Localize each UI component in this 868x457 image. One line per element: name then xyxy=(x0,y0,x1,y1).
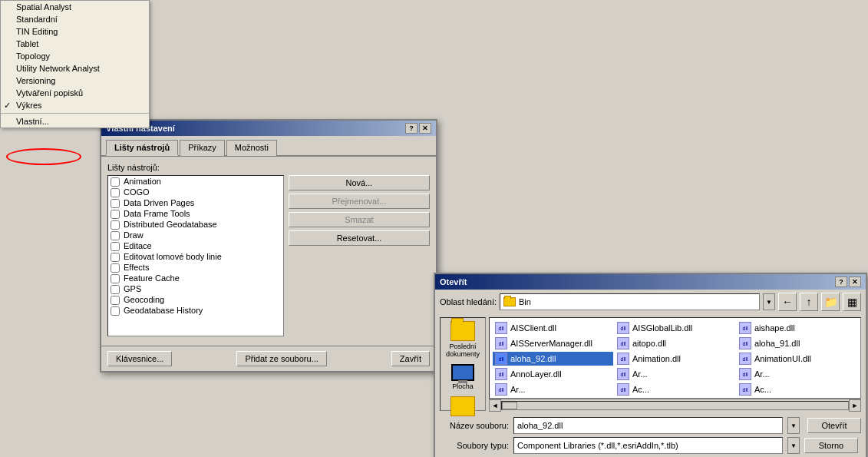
otevrit-dialog-title: Otevřít xyxy=(440,277,467,286)
storno-button[interactable]: Storno xyxy=(804,438,858,453)
filetype-input[interactable] xyxy=(513,437,783,454)
otevrit-dialog-titlebar: Otevřít ? ✕ xyxy=(435,274,866,290)
shortcut-net[interactable] xyxy=(451,396,475,416)
otevrit-dialog-close-btn[interactable]: ✕ xyxy=(849,277,861,287)
otevrit-footer: Název souboru: ▼ Otevřít Soubory typu: ▼… xyxy=(435,414,866,457)
toolbar-list-item[interactable]: COGO xyxy=(108,187,283,197)
menu-item-vykres[interactable]: Výkres xyxy=(1,99,149,111)
toolbar-list-item[interactable]: Geocoding xyxy=(108,294,283,305)
file-item[interactable]: dllAc... xyxy=(615,382,735,396)
otevrit-dialog-title-buttons: ? ✕ xyxy=(835,277,861,287)
file-item[interactable]: dllaloha_91.dll xyxy=(737,336,857,350)
scrollbar-thumb-h xyxy=(502,402,517,409)
file-item[interactable]: dllAr... xyxy=(493,382,613,396)
file-item[interactable]: dllAnimationUI.dll xyxy=(737,352,857,366)
otevrit-action-buttons: Otevřít xyxy=(804,418,861,433)
tab-prikazy[interactable]: Příkazy xyxy=(180,140,225,156)
otevrit-sidebar: Poslední dokumenty Plocha xyxy=(440,317,486,411)
nova-button[interactable]: Nová... xyxy=(289,175,430,190)
resetovat-button[interactable]: Resetovat... xyxy=(289,230,430,246)
otevrit-path-dropdown[interactable]: Bin xyxy=(500,293,760,310)
vlastni-dialog-tabs: Lišty nástrojů Příkazy Možnosti xyxy=(101,136,436,157)
menu-item-tin-editing[interactable]: TIN Editing xyxy=(1,25,149,38)
file-item[interactable]: dllAnimation.dll xyxy=(615,352,735,366)
toolbar-list-item[interactable]: Editovat lomové body linie xyxy=(108,251,283,262)
file-item[interactable]: dllAnnoLayer.dll xyxy=(493,367,613,381)
smazat-button[interactable]: Smazat xyxy=(289,212,430,227)
toolbar-list-item[interactable]: Feature Cache xyxy=(108,273,283,283)
prejmenovat-button[interactable]: Přejmenovat... xyxy=(289,194,430,209)
vlastni-dialog-title-buttons: ? ✕ xyxy=(405,123,431,134)
path-folder-icon xyxy=(503,297,516,306)
zavrit-button[interactable]: Zavřít xyxy=(391,351,430,366)
vlastni-dialog-close-btn[interactable]: ✕ xyxy=(419,123,431,134)
vlastni-dialog-footer: Klávesnice... Přidat ze souboru... Zavří… xyxy=(101,346,436,371)
file-item[interactable]: dllAr... xyxy=(615,367,735,381)
file-item[interactable]: dllAr... xyxy=(737,367,857,381)
toolbar-section-label: Lišty nástrojů: xyxy=(107,163,430,172)
posledni-label: Poslední dokumenty xyxy=(444,343,482,358)
filetype-row: Soubory typu: ▼ Storno xyxy=(440,437,861,454)
menu-divider xyxy=(1,113,149,114)
menu-item-vlastni[interactable]: Vlastní... xyxy=(1,115,149,127)
back-btn[interactable]: ← xyxy=(778,293,797,311)
tab-moznosti[interactable]: Možnosti xyxy=(226,140,277,156)
toolbar-list-item[interactable]: Animation xyxy=(108,176,283,187)
menu-item-vytvareni[interactable]: Vytváření popisků xyxy=(1,87,149,99)
menu-item-utility-network[interactable]: Utility Network Analyst xyxy=(1,62,149,75)
filename-input[interactable] xyxy=(513,417,783,434)
otevrit-dialog: Otevřít ? ✕ Oblast hledání: Bin ▼ ← ↑ 📁 … xyxy=(434,273,867,457)
toolbar-list-item[interactable]: Distributed Geodatabase xyxy=(108,219,283,230)
menu-item-spatial-analyst[interactable]: Spatial Analyst xyxy=(1,1,149,13)
shortcut-plocha[interactable]: Plocha xyxy=(451,364,474,390)
scroll-left-btn[interactable]: ◄ xyxy=(489,399,501,412)
toolbar-list-item[interactable]: Effects xyxy=(108,262,283,273)
plocha-label: Plocha xyxy=(452,382,474,390)
menu-item-topology[interactable]: Topology xyxy=(1,50,149,62)
file-item[interactable]: dllAISGlobalLib.dll xyxy=(615,321,735,335)
file-item[interactable]: dllAc... xyxy=(737,382,857,396)
otevrit-toolbar: Oblast hledání: Bin ▼ ← ↑ 📁 ▦ xyxy=(435,290,866,314)
otevrit-dialog-help-btn[interactable]: ? xyxy=(835,277,847,287)
horizontal-scrollbar[interactable]: ◄ ► xyxy=(489,399,861,411)
net-folder-icon xyxy=(451,396,475,416)
vlastni-dialog-titlebar: Vlastní nastavení ? ✕ xyxy=(101,121,436,136)
otevrit-button[interactable]: Otevřít xyxy=(807,418,861,433)
plocha-icon xyxy=(451,364,474,381)
up-folder-btn[interactable]: ↑ xyxy=(800,293,818,311)
toolbar-list-item[interactable]: Editace xyxy=(108,240,283,251)
menu-item-tablet[interactable]: Tablet xyxy=(1,38,149,50)
klavesnice-button[interactable]: Klávesnice... xyxy=(107,351,172,366)
filetype-label: Soubory typu: xyxy=(440,441,509,450)
path-dropdown-arrow[interactable]: ▼ xyxy=(763,293,775,310)
file-item[interactable]: dllaishape.dll xyxy=(737,321,857,335)
tab-listy-nastroju[interactable]: Lišty nástrojů xyxy=(106,140,178,156)
toolbar-list[interactable]: AnimationCOGOData Driven PagesData Frame… xyxy=(107,175,284,336)
filename-dropdown-arrow[interactable]: ▼ xyxy=(787,417,800,434)
vlastni-highlight xyxy=(6,148,81,165)
toolbar-list-item[interactable]: Data Frame Tools xyxy=(108,208,283,219)
menu-item-standardni[interactable]: Standardní xyxy=(1,13,149,25)
vlastni-dialog-help-btn[interactable]: ? xyxy=(405,123,417,134)
toolbar-list-item[interactable]: Geodatabase History xyxy=(108,305,283,316)
toolbar-list-item[interactable]: Data Driven Pages xyxy=(108,197,283,208)
file-item[interactable]: dllaloha_92.dll xyxy=(493,352,613,366)
vlastni-nastaveni-dialog: Vlastní nastavení ? ✕ Lišty nástrojů Pří… xyxy=(100,119,437,373)
file-item[interactable]: dllaitopo.dll xyxy=(615,336,735,350)
shortcut-posledni[interactable]: Poslední dokumenty xyxy=(444,321,482,358)
toolbar-list-item[interactable]: Draw xyxy=(108,230,283,240)
otevrit-files-list[interactable]: dllAISClient.dlldllAISGlobalLib.dlldllai… xyxy=(489,317,861,399)
pridat-ze-souboru-button[interactable]: Přidat ze souboru... xyxy=(236,351,326,366)
scroll-right-btn[interactable]: ► xyxy=(849,399,861,412)
view-toggle-btn[interactable]: ▦ xyxy=(843,293,861,311)
menu-item-versioning[interactable]: Versioning xyxy=(1,75,149,87)
new-folder-btn[interactable]: 📁 xyxy=(821,293,840,311)
posledni-folder-icon xyxy=(451,321,475,341)
filename-label: Název souboru: xyxy=(440,421,509,430)
oblast-hledani-label: Oblast hledání: xyxy=(440,297,497,306)
file-item[interactable]: dllAISClient.dll xyxy=(493,321,613,335)
toolbar-list-item[interactable]: GPS xyxy=(108,283,283,294)
filetype-dropdown-arrow[interactable]: ▼ xyxy=(787,437,800,454)
toolbar-list-container: AnimationCOGOData Driven PagesData Frame… xyxy=(107,175,430,336)
file-item[interactable]: dllAISServerManager.dll xyxy=(493,336,613,350)
